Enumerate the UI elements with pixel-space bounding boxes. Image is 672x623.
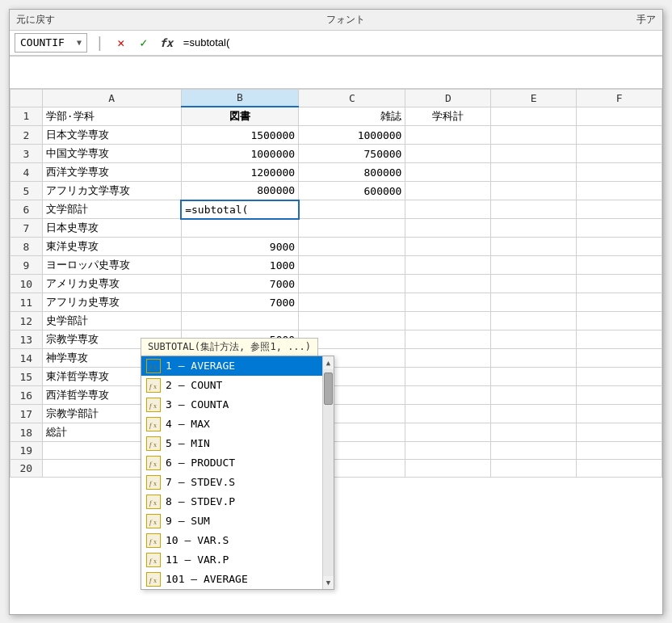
cell-f[interactable] [577, 256, 662, 275]
confirm-icon[interactable]: ✓ [135, 34, 153, 52]
col-header-d[interactable]: D [405, 89, 491, 107]
row-number[interactable]: 2 [10, 126, 43, 145]
cell-e[interactable] [491, 386, 577, 405]
cell-c[interactable]: 雑誌 [299, 107, 405, 126]
cell-e[interactable] [491, 330, 577, 349]
cell-f[interactable] [577, 219, 662, 238]
cell-d[interactable] [405, 275, 491, 293]
cell-d[interactable] [405, 163, 491, 182]
row-number[interactable]: 14 [10, 349, 43, 368]
cell-c[interactable] [299, 312, 405, 330]
cell-a[interactable]: 中国文学専攻 [42, 145, 181, 163]
row-number[interactable]: 5 [10, 182, 43, 200]
cell-d[interactable] [405, 386, 491, 405]
cell-f[interactable] [577, 460, 662, 478]
row-number[interactable]: 9 [10, 256, 43, 275]
cell-a[interactable]: 史学部計 [42, 312, 181, 330]
dropdown-item[interactable]: fx10 – VAR.S [141, 531, 334, 550]
cell-c[interactable] [299, 256, 405, 275]
scroll-up-arrow[interactable]: ▲ [323, 356, 334, 369]
cell-e[interactable] [491, 405, 577, 423]
fx-icon[interactable]: fx [158, 34, 175, 52]
col-header-f[interactable]: F [577, 89, 662, 107]
cell-a[interactable]: アフリカ史専攻 [42, 293, 181, 312]
row-number[interactable]: 11 [10, 293, 43, 312]
cell-e[interactable] [491, 238, 577, 256]
dropdown-item[interactable]: fx4 – MAX [141, 415, 334, 434]
dropdown-item[interactable]: fx9 – SUM [141, 511, 334, 531]
cell-f[interactable] [577, 442, 662, 460]
col-header-c[interactable]: C [299, 89, 405, 107]
row-number[interactable]: 12 [10, 312, 43, 330]
cell-b[interactable]: 9000 [181, 238, 299, 256]
cell-d[interactable] [405, 293, 491, 312]
cell-f[interactable] [577, 275, 662, 293]
col-header-b[interactable]: B [181, 89, 299, 107]
cell-f[interactable] [577, 423, 662, 442]
row-number[interactable]: 6 [10, 200, 43, 219]
row-number[interactable]: 3 [10, 145, 43, 163]
cell-d[interactable] [405, 200, 491, 219]
cell-e[interactable] [491, 423, 577, 442]
cell-f[interactable] [577, 200, 662, 219]
row-number[interactable]: 4 [10, 163, 43, 182]
row-number[interactable]: 16 [10, 386, 43, 405]
cell-d[interactable] [405, 405, 491, 423]
cell-d[interactable] [405, 312, 491, 330]
cell-d[interactable] [405, 182, 491, 200]
dropdown-item[interactable]: fx1 – AVERAGE [141, 356, 334, 376]
cell-d[interactable] [405, 145, 491, 163]
cell-b[interactable]: =subtotal( [181, 200, 299, 219]
dropdown-item[interactable]: fx6 – PRODUCT [141, 453, 334, 473]
cell-f[interactable] [577, 126, 662, 145]
cell-c[interactable] [299, 275, 405, 293]
cell-b[interactable]: 800000 [181, 182, 299, 200]
cell-a[interactable]: アメリカ史専攻 [42, 275, 181, 293]
row-number[interactable]: 18 [10, 423, 43, 442]
cell-e[interactable] [491, 107, 577, 126]
cell-a[interactable]: ヨーロッパ史専攻 [42, 256, 181, 275]
cell-e[interactable] [491, 200, 577, 219]
cell-c[interactable]: 600000 [299, 182, 405, 200]
cell-d[interactable]: 学科計 [405, 107, 491, 126]
cell-f[interactable] [577, 107, 662, 126]
cell-d[interactable] [405, 256, 491, 275]
cell-e[interactable] [491, 460, 577, 478]
cell-f[interactable] [577, 293, 662, 312]
cell-d[interactable] [405, 219, 491, 238]
cell-b[interactable] [181, 219, 299, 238]
cell-b[interactable]: 1000000 [181, 145, 299, 163]
cell-f[interactable] [577, 238, 662, 256]
cell-d[interactable] [405, 349, 491, 368]
row-number[interactable]: 15 [10, 368, 43, 386]
row-number[interactable]: 7 [10, 219, 43, 238]
name-box[interactable]: COUNTIF ▼ [15, 33, 87, 53]
cell-b[interactable]: 1500000 [181, 126, 299, 145]
cell-f[interactable] [577, 386, 662, 405]
cell-f[interactable] [577, 330, 662, 349]
col-header-e[interactable]: E [491, 89, 577, 107]
cell-e[interactable] [491, 219, 577, 238]
cell-c[interactable] [299, 219, 405, 238]
row-number[interactable]: 20 [10, 460, 43, 478]
cell-e[interactable] [491, 256, 577, 275]
cell-f[interactable] [577, 349, 662, 368]
row-number[interactable]: 13 [10, 330, 43, 349]
cell-e[interactable] [491, 163, 577, 182]
cell-c[interactable] [299, 200, 405, 219]
cancel-icon[interactable]: ✕ [112, 34, 130, 52]
cell-e[interactable] [491, 145, 577, 163]
cell-b[interactable]: 1200000 [181, 163, 299, 182]
scroll-down-arrow[interactable]: ▼ [323, 576, 334, 589]
row-number[interactable]: 8 [10, 238, 43, 256]
cell-e[interactable] [491, 368, 577, 386]
cell-d[interactable] [405, 126, 491, 145]
cell-e[interactable] [491, 349, 577, 368]
cell-e[interactable] [491, 293, 577, 312]
cell-d[interactable] [405, 330, 491, 349]
cell-a[interactable]: 西洋文学専攻 [42, 163, 181, 182]
cell-a[interactable]: 日本史専攻 [42, 219, 181, 238]
cell-b[interactable]: 7000 [181, 293, 299, 312]
row-number[interactable]: 17 [10, 405, 43, 423]
cell-f[interactable] [577, 145, 662, 163]
